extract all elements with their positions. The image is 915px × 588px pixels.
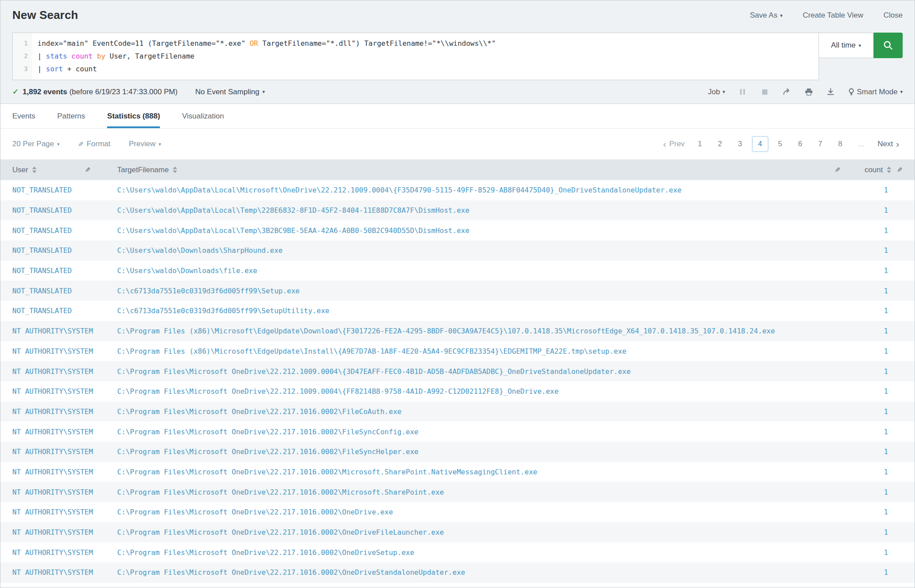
search-mode-dropdown[interactable]: Smart Mode ▾ — [848, 88, 903, 96]
search-query-input[interactable]: 123 index="main" EventCode=11 (TargetFil… — [12, 33, 819, 80]
cell-count[interactable]: 1 — [850, 327, 903, 335]
lightbulb-icon — [848, 88, 854, 96]
cell-targetfilename[interactable]: C:\Users\waldo\AppData\Local\Temp\3B2BC9… — [117, 226, 850, 235]
cell-count[interactable]: 1 — [850, 508, 903, 516]
table-row: NT AUTHORITY\SYSTEMC:\Program Files\Micr… — [0, 522, 915, 543]
cell-targetfilename[interactable]: C:\Users\waldo\AppData\Local\Temp\228E68… — [117, 206, 850, 214]
cell-user[interactable]: NOT_TRANSLATED — [12, 246, 117, 255]
cell-targetfilename[interactable]: C:\Program Files\Microsoft OneDrive\22.2… — [117, 528, 850, 536]
column-header-count[interactable]: count — [853, 166, 891, 174]
tab-events[interactable]: Events — [12, 104, 35, 128]
cell-targetfilename[interactable]: C:\Program Files\Microsoft OneDrive\22.2… — [117, 407, 850, 416]
stop-job-button[interactable] — [760, 89, 769, 95]
cell-targetfilename[interactable]: C:\Users\waldo\Downloads\SharpHound.exe — [117, 246, 850, 255]
print-job-button[interactable] — [804, 88, 813, 96]
tab-visualization[interactable]: Visualization — [182, 104, 224, 128]
cell-user[interactable]: NOT_TRANSLATED — [12, 307, 117, 315]
time-range-picker[interactable]: All time ▾ — [819, 33, 874, 58]
cell-user[interactable]: NT AUTHORITY\SYSTEM — [12, 447, 117, 456]
page-button-1[interactable]: 1 — [692, 136, 708, 152]
cell-user[interactable]: NT AUTHORITY\SYSTEM — [12, 367, 117, 376]
search-query-code[interactable]: index="main" EventCode=11 (TargetFilenam… — [32, 33, 819, 80]
create-table-view-button[interactable]: Create Table View — [803, 11, 863, 20]
tab-statistics-888[interactable]: Statistics (888) — [107, 104, 160, 128]
cell-targetfilename[interactable]: C:\c6713da7551e0c0319d3f6d005ff99\Setup.… — [117, 287, 850, 295]
save-as-button[interactable]: Save As ▾ — [750, 11, 782, 20]
cell-user[interactable]: NOT_TRANSLATED — [12, 206, 117, 214]
page-button-8[interactable]: 8 — [832, 136, 848, 152]
prev-page-button[interactable]: ‹ Prev — [659, 137, 688, 152]
cell-user[interactable]: NOT_TRANSLATED — [12, 186, 117, 194]
cell-count[interactable]: 1 — [850, 367, 903, 376]
cell-user[interactable]: NT AUTHORITY\SYSTEM — [12, 428, 117, 436]
cell-targetfilename[interactable]: C:\Program Files\Microsoft OneDrive\22.2… — [117, 367, 850, 376]
cell-user[interactable]: NT AUTHORITY\SYSTEM — [12, 508, 117, 516]
cell-user[interactable]: NOT_TRANSLATED — [12, 226, 117, 235]
format-button[interactable]: ✎ Format — [78, 140, 110, 148]
cell-user[interactable]: NOT_TRANSLATED — [12, 266, 117, 275]
tab-patterns[interactable]: Patterns — [57, 104, 85, 128]
cell-user[interactable]: NT AUTHORITY\SYSTEM — [12, 327, 117, 335]
cell-count[interactable]: 1 — [850, 387, 903, 396]
cell-count[interactable]: 1 — [850, 488, 903, 496]
cell-targetfilename[interactable]: C:\Program Files\Microsoft OneDrive\22.2… — [117, 568, 850, 577]
page-button-2[interactable]: 2 — [712, 136, 728, 152]
cell-targetfilename[interactable]: C:\c6713da7551e0c0319d3f6d005ff99\SetupU… — [117, 307, 850, 315]
page-button-6[interactable]: 6 — [792, 136, 808, 152]
page-button-7[interactable]: 7 — [812, 136, 828, 152]
page-button-5[interactable]: 5 — [772, 136, 788, 152]
cell-targetfilename[interactable]: C:\Program Files\Microsoft OneDrive\22.2… — [117, 508, 850, 516]
cell-targetfilename[interactable]: C:\Program Files (x86)\Microsoft\EdgeUpd… — [117, 347, 850, 355]
cell-user[interactable]: NT AUTHORITY\SYSTEM — [12, 488, 117, 496]
cell-user[interactable]: NT AUTHORITY\SYSTEM — [12, 407, 117, 416]
cell-count[interactable]: 1 — [850, 206, 903, 214]
cell-count[interactable]: 1 — [850, 246, 903, 255]
edit-column-user-button[interactable]: ✎ — [85, 166, 117, 173]
cell-count[interactable]: 1 — [850, 266, 903, 275]
cell-targetfilename[interactable]: C:\Program Files\Microsoft OneDrive\22.2… — [117, 548, 850, 557]
cell-user[interactable]: NT AUTHORITY\SYSTEM — [12, 387, 117, 396]
cell-targetfilename[interactable]: C:\Program Files\Microsoft OneDrive\22.2… — [117, 447, 850, 456]
cell-targetfilename[interactable]: C:\Program Files\Microsoft OneDrive\22.2… — [117, 428, 850, 436]
cell-user[interactable]: NT AUTHORITY\SYSTEM — [12, 347, 117, 355]
export-job-button[interactable] — [826, 88, 835, 96]
next-page-button[interactable]: Next › — [874, 137, 903, 152]
edit-column-targetfilename-button[interactable]: ✎ — [835, 166, 853, 173]
cell-user[interactable]: NOT_TRANSLATED — [12, 287, 117, 295]
event-sampling-dropdown[interactable]: No Event Sampling ▾ — [195, 88, 265, 96]
cell-targetfilename[interactable]: C:\Program Files\Microsoft OneDrive\22.2… — [117, 488, 850, 496]
cell-count[interactable]: 1 — [850, 568, 903, 577]
cell-count[interactable]: 1 — [850, 226, 903, 235]
search-button[interactable] — [874, 33, 903, 58]
cell-count[interactable]: 1 — [850, 186, 903, 194]
cell-targetfilename[interactable]: C:\Users\waldo\AppData\Local\Microsoft\O… — [117, 186, 850, 194]
column-header-targetfilename[interactable]: TargetFilename — [117, 166, 835, 174]
job-menu-button[interactable]: Job ▾ — [708, 88, 725, 96]
page-button-3[interactable]: 3 — [732, 136, 748, 152]
cell-count[interactable]: 1 — [850, 287, 903, 295]
cell-targetfilename[interactable]: C:\Program Files\Microsoft OneDrive\22.2… — [117, 387, 850, 396]
cell-user[interactable]: NT AUTHORITY\SYSTEM — [12, 468, 117, 476]
cell-count[interactable]: 1 — [850, 447, 903, 456]
preview-dropdown[interactable]: Preview ▾ — [129, 140, 161, 148]
share-job-button[interactable] — [782, 88, 791, 96]
cell-count[interactable]: 1 — [850, 407, 903, 416]
cell-targetfilename[interactable]: C:\Program Files\Microsoft OneDrive\22.2… — [117, 468, 850, 476]
cell-count[interactable]: 1 — [850, 428, 903, 436]
cell-count[interactable]: 1 — [850, 347, 903, 355]
cell-targetfilename[interactable]: C:\Program Files (x86)\Microsoft\EdgeUpd… — [117, 327, 850, 335]
per-page-dropdown[interactable]: 20 Per Page ▾ — [12, 140, 59, 148]
cell-count[interactable]: 1 — [850, 528, 903, 536]
column-header-user[interactable]: User — [12, 166, 85, 174]
cell-user[interactable]: NT AUTHORITY\SYSTEM — [12, 528, 117, 536]
pause-job-button[interactable] — [738, 89, 747, 95]
cell-count[interactable]: 1 — [850, 468, 903, 476]
edit-column-count-button[interactable]: ✎ — [891, 166, 903, 173]
cell-count[interactable]: 1 — [850, 548, 903, 557]
cell-count[interactable]: 1 — [850, 307, 903, 315]
cell-user[interactable]: NT AUTHORITY\SYSTEM — [12, 568, 117, 577]
page-button-4[interactable]: 4 — [752, 136, 768, 152]
cell-targetfilename[interactable]: C:\Users\waldo\Downloads\file.exe — [117, 266, 850, 275]
close-button[interactable]: Close — [884, 11, 903, 20]
cell-user[interactable]: NT AUTHORITY\SYSTEM — [12, 548, 117, 557]
